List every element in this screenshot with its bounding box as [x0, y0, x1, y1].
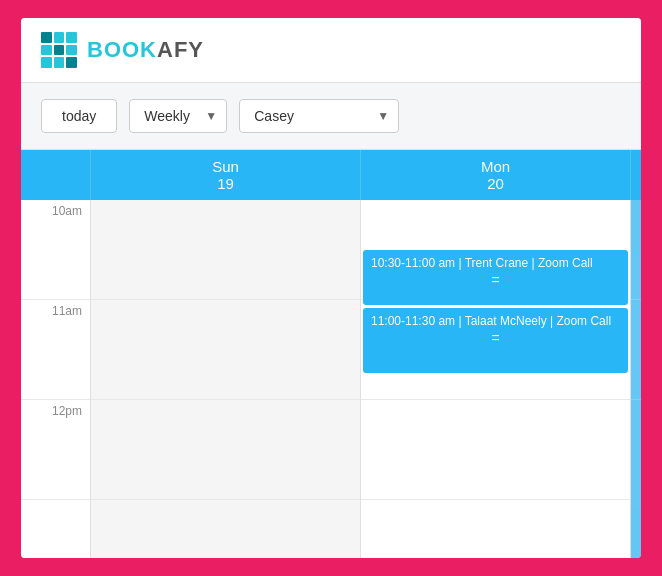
sun-hour-12	[91, 400, 360, 500]
calendar-area: Sun 19 Mon 20 10am 11am 12pm	[21, 150, 641, 558]
logo-cell	[54, 45, 65, 56]
logo-cell	[41, 32, 52, 43]
view-select[interactable]: Daily Weekly Monthly	[129, 99, 227, 133]
day-header-mon: Mon 20	[361, 150, 631, 200]
day-header-sun: Sun 19	[91, 150, 361, 200]
calendar-header-row: Sun 19 Mon 20	[21, 150, 641, 200]
event-text-1: 10:30-11:00 am | Trent Crane | Zoom Call	[371, 256, 620, 270]
event-talaat-mcneely[interactable]: 11:00-11:30 am | Talaat McNeely | Zoom C…	[363, 308, 628, 373]
sun-day-name: Sun	[91, 158, 360, 175]
logo-cell	[41, 57, 52, 68]
logo-icon	[41, 32, 77, 68]
mon-day-name: Mon	[361, 158, 630, 175]
event-text-2: 11:00-11:30 am | Talaat McNeely | Zoom C…	[371, 314, 620, 328]
right-edge-indicator	[631, 150, 641, 200]
sun-hour-11	[91, 300, 360, 400]
logo-cell	[66, 45, 77, 56]
logo-cell	[66, 57, 77, 68]
event-trent-crane[interactable]: 10:30-11:00 am | Trent Crane | Zoom Call…	[363, 250, 628, 305]
app-container: BOOKAFY today Daily Weekly Monthly ▼ Cas…	[21, 18, 641, 558]
mon-day-num: 20	[361, 175, 630, 192]
time-gutter-header	[21, 150, 91, 200]
view-select-wrapper: Daily Weekly Monthly ▼	[129, 99, 227, 133]
time-gutter: 10am 11am 12pm	[21, 200, 91, 558]
time-label-12pm: 12pm	[21, 400, 90, 500]
right-day-indicator	[631, 200, 641, 558]
toolbar: today Daily Weekly Monthly ▼ Casey Other…	[21, 83, 641, 150]
logo-afy: AFY	[157, 37, 204, 62]
event-equals-2: =	[371, 330, 620, 346]
sun-hour-10	[91, 200, 360, 300]
app-header: BOOKAFY	[21, 18, 641, 83]
logo-cell	[41, 45, 52, 56]
event-equals-1: =	[371, 272, 620, 288]
mon-hour-12	[361, 400, 630, 500]
today-button[interactable]: today	[41, 99, 117, 133]
logo-cell	[66, 32, 77, 43]
sun-day-num: 19	[91, 175, 360, 192]
time-label-11am: 11am	[21, 300, 90, 400]
person-select[interactable]: Casey Other	[239, 99, 399, 133]
logo-text: BOOKAFY	[87, 37, 204, 63]
time-label-10am: 10am	[21, 200, 90, 300]
monday-column: 10:30-11:00 am | Trent Crane | Zoom Call…	[361, 200, 631, 558]
person-select-wrapper: Casey Other ▼	[239, 99, 399, 133]
logo-cell	[54, 57, 65, 68]
sunday-column	[91, 200, 361, 558]
logo-book: BOOK	[87, 37, 157, 62]
calendar-body: 10am 11am 12pm	[21, 200, 641, 558]
day-columns: 10:30-11:00 am | Trent Crane | Zoom Call…	[91, 200, 641, 558]
logo-cell	[54, 32, 65, 43]
